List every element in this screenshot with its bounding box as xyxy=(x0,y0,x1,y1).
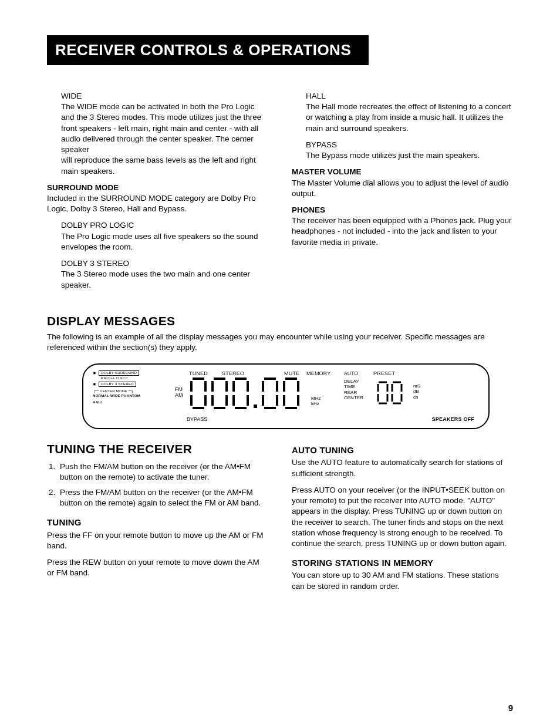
tuning-body-2: Press the REW button on your remote to m… xyxy=(47,557,268,578)
speakers-off-label: SPEAKERS OFF xyxy=(432,416,474,422)
surround-mode-label: SURROUND MODE xyxy=(47,183,268,193)
tuning-step-2: Press the FM/AM button on the receiver (… xyxy=(58,487,268,508)
seven-segment-digits xyxy=(190,378,299,409)
wide-label: WIDE xyxy=(61,91,268,102)
auto-label: AUTO xyxy=(344,370,358,376)
display-messages-intro: The following is an example of all the d… xyxy=(47,332,513,353)
tuning-steps: Push the FM/AM button on the receiver (o… xyxy=(47,461,268,509)
d3stereo-body: The 3 Stereo mode uses the two main and … xyxy=(61,269,268,290)
auto-tuning-body-2: Press AUTO on your receiver (or the INPU… xyxy=(292,485,513,549)
page-title-bar: RECEIVER CONTROLS & OPERATIONS xyxy=(47,35,369,65)
db-label: dB xyxy=(413,389,420,394)
page-number: 9 xyxy=(508,703,513,713)
phones-label: PHONES xyxy=(292,205,513,215)
bypass-body: The Bypass mode utilizes just the main s… xyxy=(306,150,513,161)
display-left-stack: ▣ DOLBY SURROUND PRO•LOGIC ▣ DOLBY 3 STE… xyxy=(93,370,140,405)
center-mode-options: NORMAL WIDE PHANTOM xyxy=(93,394,140,398)
hall-label-small: HALL xyxy=(93,400,140,405)
wide-body-2: will reproduce the same bass levels as t… xyxy=(61,155,268,176)
frequency-units: MHz kHz xyxy=(311,396,321,407)
tuned-label: TUNED xyxy=(189,370,208,376)
display-messages-heading: DISPLAY MESSAGES xyxy=(47,314,513,328)
khz-label: kHz xyxy=(311,402,321,407)
prologic-label-small: PRO•LOGIC xyxy=(93,376,140,380)
delay-label: DELAY xyxy=(344,379,363,384)
segment-digit-icon xyxy=(232,378,249,409)
segment-digit-icon xyxy=(283,378,299,409)
document-page: RECEIVER CONTROLS & OPERATIONS WIDE The … xyxy=(0,0,560,728)
left-column: WIDE The WIDE mode can be activated in b… xyxy=(47,85,268,296)
master-volume-label: MASTER VOLUME xyxy=(292,167,513,177)
ms-label: mS xyxy=(413,383,420,389)
dolby-3-stereo-box: DOLBY 3 STEREO xyxy=(99,382,136,387)
segment-digit-small-icon xyxy=(377,381,389,405)
am-label: AM xyxy=(175,393,183,399)
prologic-block: DOLBY PRO LOGIC The Pro Logic mode uses … xyxy=(61,220,268,290)
tuning-step-1: Push the FM/AM button on the receiver (o… xyxy=(58,461,268,483)
tuning-subheading: TUNING xyxy=(47,517,268,528)
center-mode-label: CENTER MODE xyxy=(100,389,127,393)
surround-mode-body: Included in the SURROUND MODE category a… xyxy=(47,193,268,214)
segment-digit-icon xyxy=(190,378,207,409)
upper-columns: WIDE The WIDE mode can be activated in b… xyxy=(47,85,513,296)
auto-tuning-heading: AUTO TUNING xyxy=(292,444,513,456)
time-label: TIME xyxy=(344,384,363,389)
master-volume-body: The Master Volume dial allows you to adj… xyxy=(292,178,513,199)
receiver-display-diagram: ▣ DOLBY SURROUND PRO•LOGIC ▣ DOLBY 3 STE… xyxy=(82,363,490,429)
storing-heading: STORING STATIONS IN MEMORY xyxy=(292,557,513,569)
auto-tuning-body-1: Use the AUTO feature to automatically se… xyxy=(292,457,513,478)
segment-digit-small-icon xyxy=(391,381,403,405)
tuning-left-column: TUNING THE RECEIVER Push the FM/AM butto… xyxy=(47,441,268,598)
fm-am-labels: FM AM xyxy=(175,387,183,399)
small-seven-segment xyxy=(377,381,403,405)
hall-label: HALL xyxy=(306,91,513,102)
unit-labels: mS dB ch xyxy=(413,383,420,400)
tuning-receiver-heading: TUNING THE RECEIVER xyxy=(47,441,268,457)
hall-body: The Hall mode recreates the effect of li… xyxy=(306,102,513,134)
prologic-label: DOLBY PRO LOGIC xyxy=(61,220,268,231)
hall-block: HALL The Hall mode recreates the effect … xyxy=(306,91,513,161)
d3stereo-label: DOLBY 3 STEREO xyxy=(61,258,268,269)
segment-digit-icon xyxy=(211,378,228,409)
right-stack-labels: DELAY TIME REAR CENTER xyxy=(344,379,363,400)
tuning-right-column: AUTO TUNING Use the AUTO feature to auto… xyxy=(292,441,513,598)
mute-label: MUTE xyxy=(284,370,299,376)
storing-body: You can store up to 30 AM and FM station… xyxy=(292,570,513,591)
phones-body: The receiver has been equipped with a Ph… xyxy=(292,215,513,248)
wide-block: WIDE The WIDE mode can be activated in b… xyxy=(61,91,268,177)
ch-label: ch xyxy=(413,395,420,400)
center-label: CENTER xyxy=(344,395,363,400)
rear-label: REAR xyxy=(344,390,363,395)
stereo-label: STEREO xyxy=(222,370,244,376)
memory-label: MEMORY xyxy=(306,370,331,376)
segment-digit-icon xyxy=(262,378,278,409)
dolby-surround-box: DOLBY SURROUND xyxy=(99,370,139,376)
bypass-label-small: BYPASS xyxy=(187,416,207,422)
tuning-body-1: Press the FF on your remote button to mo… xyxy=(47,530,268,551)
right-column: HALL The Hall mode recreates the effect … xyxy=(292,85,513,296)
decimal-dot-icon xyxy=(254,405,257,408)
preset-label: PRESET xyxy=(373,370,395,376)
lower-columns: TUNING THE RECEIVER Push the FM/AM butto… xyxy=(47,441,513,598)
bypass-label: BYPASS xyxy=(306,140,513,150)
wide-body-1: The WIDE mode can be activated in both t… xyxy=(61,102,268,155)
prologic-body: The Pro Logic mode uses all five speaker… xyxy=(61,231,268,252)
